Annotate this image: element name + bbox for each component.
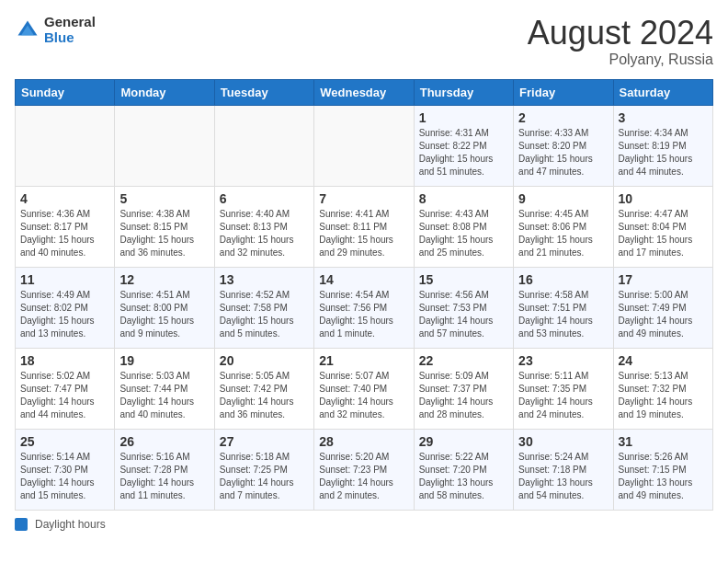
day-detail: Sunrise: 5:11 AMSunset: 7:35 PMDaylight:…	[518, 370, 608, 421]
day-number: 14	[319, 272, 408, 287]
calendar-cell: 4Sunrise: 4:36 AMSunset: 8:17 PMDaylight…	[16, 186, 115, 267]
day-detail: Sunrise: 5:05 AMSunset: 7:42 PMDaylight:…	[220, 370, 309, 421]
calendar-cell: 9Sunrise: 4:45 AMSunset: 8:06 PMDaylight…	[514, 186, 613, 267]
calendar-week-row: 11Sunrise: 4:49 AMSunset: 8:02 PMDayligh…	[16, 267, 713, 348]
day-number: 24	[619, 353, 708, 368]
day-number: 18	[20, 353, 109, 368]
calendar-cell: 1Sunrise: 4:31 AMSunset: 8:22 PMDaylight…	[414, 105, 513, 186]
calendar-cell: 13Sunrise: 4:52 AMSunset: 7:58 PMDayligh…	[214, 267, 313, 348]
day-number: 20	[220, 353, 309, 368]
day-detail: Sunrise: 5:20 AMSunset: 7:23 PMDaylight:…	[319, 451, 408, 502]
legend-color	[15, 518, 28, 531]
calendar-cell: 30Sunrise: 5:24 AMSunset: 7:18 PMDayligh…	[514, 429, 613, 510]
day-detail: Sunrise: 4:34 AMSunset: 8:19 PMDaylight:…	[619, 127, 708, 178]
day-number: 13	[220, 272, 309, 287]
day-detail: Sunrise: 5:22 AMSunset: 7:20 PMDaylight:…	[419, 451, 508, 502]
day-detail: Sunrise: 5:02 AMSunset: 7:47 PMDaylight:…	[20, 370, 109, 421]
day-number: 3	[619, 110, 708, 125]
day-detail: Sunrise: 4:52 AMSunset: 7:58 PMDaylight:…	[220, 289, 309, 340]
day-number: 2	[518, 110, 608, 125]
calendar-cell: 28Sunrise: 5:20 AMSunset: 7:23 PMDayligh…	[314, 429, 414, 510]
calendar-table: SundayMondayTuesdayWednesdayThursdayFrid…	[15, 79, 713, 511]
calendar-cell: 25Sunrise: 5:14 AMSunset: 7:30 PMDayligh…	[16, 429, 115, 510]
calendar-cell: 15Sunrise: 4:56 AMSunset: 7:53 PMDayligh…	[414, 267, 513, 348]
day-number: 21	[319, 353, 408, 368]
calendar-cell: 10Sunrise: 4:47 AMSunset: 8:04 PMDayligh…	[613, 186, 712, 267]
logo-icon	[15, 17, 40, 43]
day-number: 12	[119, 272, 209, 287]
calendar-cell: 24Sunrise: 5:13 AMSunset: 7:32 PMDayligh…	[613, 348, 712, 429]
day-detail: Sunrise: 4:33 AMSunset: 8:20 PMDaylight:…	[518, 127, 608, 178]
day-detail: Sunrise: 4:36 AMSunset: 8:17 PMDaylight:…	[20, 208, 109, 259]
header-day: Friday	[514, 79, 613, 105]
calendar-cell: 3Sunrise: 4:34 AMSunset: 8:19 PMDaylight…	[613, 105, 712, 186]
legend: Daylight hours	[15, 518, 713, 531]
day-detail: Sunrise: 5:24 AMSunset: 7:18 PMDaylight:…	[518, 451, 608, 502]
day-number: 19	[119, 353, 209, 368]
calendar-cell: 12Sunrise: 4:51 AMSunset: 8:00 PMDayligh…	[115, 267, 214, 348]
calendar-cell: 21Sunrise: 5:07 AMSunset: 7:40 PMDayligh…	[314, 348, 414, 429]
day-detail: Sunrise: 5:00 AMSunset: 7:49 PMDaylight:…	[619, 289, 708, 340]
calendar-week-row: 4Sunrise: 4:36 AMSunset: 8:17 PMDaylight…	[16, 186, 713, 267]
day-detail: Sunrise: 4:38 AMSunset: 8:15 PMDaylight:…	[119, 208, 209, 259]
day-number: 31	[619, 434, 708, 449]
calendar-week-row: 25Sunrise: 5:14 AMSunset: 7:30 PMDayligh…	[16, 429, 713, 510]
day-number: 5	[119, 191, 209, 206]
calendar-cell	[314, 105, 414, 186]
day-detail: Sunrise: 5:18 AMSunset: 7:25 PMDaylight:…	[220, 451, 309, 502]
title-block: August 2024 Polyany, Russia	[528, 15, 713, 68]
legend-label: Daylight hours	[35, 518, 106, 531]
day-number: 7	[319, 191, 408, 206]
day-detail: Sunrise: 5:13 AMSunset: 7:32 PMDaylight:…	[619, 370, 708, 421]
calendar-cell	[16, 105, 115, 186]
day-number: 10	[619, 191, 708, 206]
day-number: 23	[518, 353, 608, 368]
logo: General Blue	[15, 15, 96, 45]
day-number: 26	[119, 434, 209, 449]
header-row: SundayMondayTuesdayWednesdayThursdayFrid…	[16, 79, 713, 105]
day-number: 15	[419, 272, 508, 287]
header-day: Sunday	[16, 79, 115, 105]
day-detail: Sunrise: 5:09 AMSunset: 7:37 PMDaylight:…	[419, 370, 508, 421]
calendar-cell: 29Sunrise: 5:22 AMSunset: 7:20 PMDayligh…	[414, 429, 513, 510]
location-title: Polyany, Russia	[528, 52, 713, 68]
day-detail: Sunrise: 5:16 AMSunset: 7:28 PMDaylight:…	[119, 451, 209, 502]
calendar-cell: 19Sunrise: 5:03 AMSunset: 7:44 PMDayligh…	[115, 348, 214, 429]
day-number: 28	[319, 434, 408, 449]
calendar-cell: 6Sunrise: 4:40 AMSunset: 8:13 PMDaylight…	[214, 186, 313, 267]
month-title: August 2024	[528, 15, 713, 52]
day-detail: Sunrise: 4:47 AMSunset: 8:04 PMDaylight:…	[619, 208, 708, 259]
calendar-cell	[115, 105, 214, 186]
calendar-cell: 22Sunrise: 5:09 AMSunset: 7:37 PMDayligh…	[414, 348, 513, 429]
day-detail: Sunrise: 4:49 AMSunset: 8:02 PMDaylight:…	[20, 289, 109, 340]
day-detail: Sunrise: 5:07 AMSunset: 7:40 PMDaylight:…	[319, 370, 408, 421]
calendar-cell	[214, 105, 313, 186]
day-number: 22	[419, 353, 508, 368]
calendar-cell: 16Sunrise: 4:58 AMSunset: 7:51 PMDayligh…	[514, 267, 613, 348]
day-number: 1	[419, 110, 508, 125]
header-day: Tuesday	[214, 79, 313, 105]
day-detail: Sunrise: 5:03 AMSunset: 7:44 PMDaylight:…	[119, 370, 209, 421]
calendar-week-row: 1Sunrise: 4:31 AMSunset: 8:22 PMDaylight…	[16, 105, 713, 186]
header-day: Thursday	[414, 79, 513, 105]
calendar-cell: 5Sunrise: 4:38 AMSunset: 8:15 PMDaylight…	[115, 186, 214, 267]
day-number: 16	[518, 272, 608, 287]
calendar-cell: 27Sunrise: 5:18 AMSunset: 7:25 PMDayligh…	[214, 429, 313, 510]
day-detail: Sunrise: 5:14 AMSunset: 7:30 PMDaylight:…	[20, 451, 109, 502]
page-header: General Blue August 2024 Polyany, Russia	[15, 15, 713, 68]
calendar-cell: 11Sunrise: 4:49 AMSunset: 8:02 PMDayligh…	[16, 267, 115, 348]
day-detail: Sunrise: 4:56 AMSunset: 7:53 PMDaylight:…	[419, 289, 508, 340]
header-day: Saturday	[613, 79, 712, 105]
calendar-cell: 18Sunrise: 5:02 AMSunset: 7:47 PMDayligh…	[16, 348, 115, 429]
day-number: 11	[20, 272, 109, 287]
day-detail: Sunrise: 4:41 AMSunset: 8:11 PMDaylight:…	[319, 208, 408, 259]
day-number: 30	[518, 434, 608, 449]
header-day: Monday	[115, 79, 214, 105]
header-day: Wednesday	[314, 79, 414, 105]
day-number: 25	[20, 434, 109, 449]
day-detail: Sunrise: 4:40 AMSunset: 8:13 PMDaylight:…	[220, 208, 309, 259]
calendar-cell: 14Sunrise: 4:54 AMSunset: 7:56 PMDayligh…	[314, 267, 414, 348]
calendar-cell: 31Sunrise: 5:26 AMSunset: 7:15 PMDayligh…	[613, 429, 712, 510]
day-number: 17	[619, 272, 708, 287]
day-number: 9	[518, 191, 608, 206]
